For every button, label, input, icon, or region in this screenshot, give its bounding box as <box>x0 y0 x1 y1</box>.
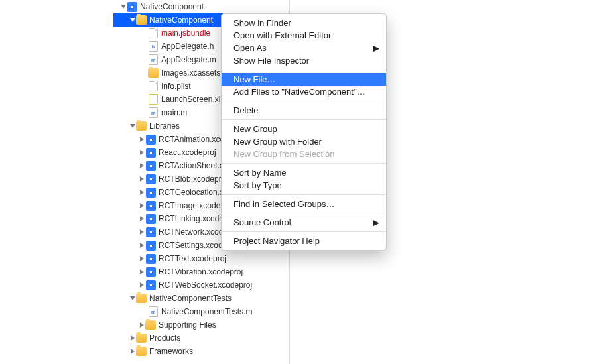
svg-marker-6 <box>140 176 144 182</box>
svg-marker-10 <box>140 229 144 235</box>
xcodeproj-icon <box>145 147 156 158</box>
chevron-right-icon[interactable] <box>139 282 145 288</box>
svg-marker-7 <box>140 190 144 195</box>
menu-source-control[interactable]: Source Control▶ <box>222 216 386 229</box>
xcodeproj-icon <box>145 240 156 251</box>
xcodeproj-icon <box>145 134 156 145</box>
chevron-down-icon[interactable] <box>129 296 136 301</box>
file-name-missing: main.jsbundle <box>161 29 210 38</box>
menu-delete[interactable]: Delete <box>222 104 386 117</box>
xcodeproj-icon <box>145 267 156 277</box>
menu-separator <box>222 194 386 195</box>
menu-find-in-groups[interactable]: Find in Selected Groups… <box>222 198 386 210</box>
chevron-right-icon[interactable] <box>129 349 136 354</box>
menu-label: Find in Selected Groups… <box>233 199 334 209</box>
menu-show-in-finder[interactable]: Show in Finder <box>222 17 386 29</box>
library-project-row[interactable]: RCTWebSocket.xcodeproj <box>113 278 289 292</box>
svg-marker-1 <box>130 18 135 22</box>
folder-name: Products <box>149 334 180 343</box>
menu-show-inspector[interactable]: Show File Inspector <box>222 54 386 67</box>
file-row[interactable]: m NativeComponentTests.m <box>113 305 289 318</box>
chevron-right-icon[interactable] <box>139 203 145 208</box>
chevron-down-icon[interactable] <box>129 123 136 129</box>
folder-icon <box>136 293 147 304</box>
chevron-right-icon[interactable] <box>139 137 145 142</box>
folder-icon <box>136 121 147 131</box>
library-name: RCTVibration.xcodeproj <box>159 267 243 276</box>
menu-separator <box>222 231 386 232</box>
xcodeproj-icon <box>145 200 156 211</box>
library-name: RCTText.xcodeproj <box>159 254 226 263</box>
file-name: AppDelegate.m <box>161 55 216 64</box>
chevron-right-icon[interactable] <box>139 269 145 274</box>
file-name: main.m <box>161 108 187 117</box>
chevron-right-icon[interactable] <box>139 163 145 168</box>
file-name: NativeComponentTests.m <box>161 307 252 316</box>
xcodeproj-icon <box>145 160 156 171</box>
project-name: NativeComponent <box>140 2 204 11</box>
menu-new-file[interactable]: New File… <box>222 73 386 86</box>
menu-label: New File… <box>233 74 276 84</box>
file-name: Info.plist <box>161 82 191 91</box>
products-folder[interactable]: Products <box>113 332 289 345</box>
folder-name: NativeComponentTests <box>149 294 232 303</box>
menu-label: Open with External Editor <box>233 30 331 40</box>
menu-open-external[interactable]: Open with External Editor <box>222 29 386 42</box>
project-row[interactable]: NativeComponent <box>113 0 289 13</box>
svg-marker-5 <box>140 163 144 168</box>
menu-open-as[interactable]: Open As▶ <box>222 42 386 54</box>
folder-name: Libraries <box>149 121 180 131</box>
folder-name: Frameworks <box>149 347 193 356</box>
chevron-right-icon[interactable] <box>139 243 145 248</box>
menu-navigator-help[interactable]: Project Navigator Help <box>222 235 386 247</box>
tests-folder[interactable]: NativeComponentTests <box>113 292 289 305</box>
svg-marker-4 <box>140 150 144 155</box>
impl-file-icon: m <box>148 306 159 317</box>
menu-label: New Group <box>233 124 277 134</box>
chevron-right-icon[interactable] <box>139 256 145 261</box>
xcodeproj-icon <box>145 174 156 184</box>
library-name: React.xcodeproj <box>159 148 216 157</box>
asset-catalog-icon <box>148 68 159 78</box>
chevron-right-icon[interactable] <box>139 229 145 235</box>
xcodeproj-icon <box>127 1 137 12</box>
menu-separator <box>222 70 386 70</box>
chevron-right-icon[interactable] <box>139 216 145 221</box>
menu-add-files[interactable]: Add Files to "NativeComponent"… <box>222 86 386 98</box>
xcodeproj-icon <box>145 253 156 264</box>
chevron-down-icon[interactable] <box>120 4 127 9</box>
menu-new-group[interactable]: New Group <box>222 123 386 135</box>
chevron-right-icon[interactable] <box>129 335 136 341</box>
xcodeproj-icon <box>145 187 156 198</box>
xcodeproj-icon <box>145 227 156 237</box>
frameworks-folder[interactable]: Frameworks <box>113 345 289 358</box>
menu-sort-type[interactable]: Sort by Type <box>222 179 386 192</box>
supporting-folder[interactable]: Supporting Files <box>113 318 289 332</box>
chevron-right-icon[interactable] <box>139 176 145 182</box>
library-project-row[interactable]: RCTVibration.xcodeproj <box>113 265 289 278</box>
xcodeproj-icon <box>145 213 156 224</box>
menu-label: Open As <box>233 43 267 53</box>
context-menu: Show in Finder Open with External Editor… <box>221 13 387 251</box>
xcodeproj-icon <box>145 280 156 290</box>
menu-label: Source Control <box>233 217 291 227</box>
menu-label: New Group from Selection <box>233 149 334 159</box>
svg-marker-17 <box>131 335 135 341</box>
svg-marker-9 <box>140 216 144 221</box>
chevron-right-icon[interactable] <box>139 190 145 195</box>
chevron-down-icon[interactable] <box>129 17 136 23</box>
menu-sort-name[interactable]: Sort by Name <box>222 166 386 179</box>
impl-file-icon: m <box>148 54 159 65</box>
svg-marker-12 <box>140 256 144 261</box>
svg-marker-8 <box>140 203 144 208</box>
chevron-right-icon[interactable] <box>139 322 145 328</box>
file-name: Images.xcassets <box>161 68 220 78</box>
menu-label: Add Files to "NativeComponent"… <box>233 87 365 97</box>
svg-marker-16 <box>140 322 144 328</box>
library-project-row[interactable]: RCTText.xcodeproj <box>113 252 289 265</box>
svg-marker-15 <box>130 296 135 300</box>
menu-new-group-folder[interactable]: New Group with Folder <box>222 135 386 148</box>
svg-marker-13 <box>140 269 144 274</box>
chevron-right-icon[interactable] <box>139 150 145 155</box>
folder-icon <box>136 15 147 25</box>
